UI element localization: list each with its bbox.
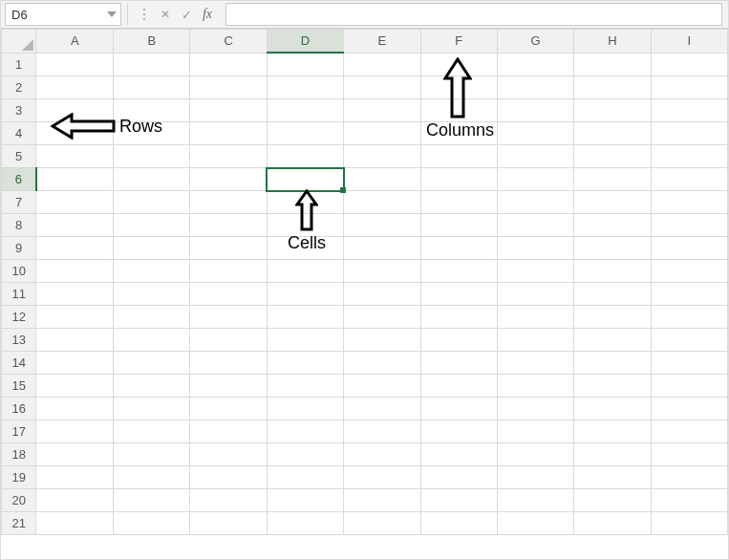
cell-I10[interactable] [651,260,727,283]
cell-D12[interactable] [267,306,343,329]
row-header-11[interactable]: 11 [2,283,36,306]
cell-H21[interactable] [574,512,651,535]
cell-A1[interactable] [36,53,114,76]
column-header-G[interactable]: G [497,30,573,54]
column-header-D[interactable]: D [267,30,343,54]
cell-G10[interactable] [497,260,573,283]
cell-F13[interactable] [420,329,497,352]
cell-D15[interactable] [267,375,343,398]
row-header-7[interactable]: 7 [2,191,36,214]
cell-F19[interactable] [420,466,497,489]
cell-C17[interactable] [190,420,267,443]
cell-E12[interactable] [344,306,420,329]
cell-H3[interactable] [574,99,651,122]
cell-G6[interactable] [497,168,573,191]
cell-E18[interactable] [344,443,420,466]
cell-B19[interactable] [114,466,190,489]
cell-A19[interactable] [36,466,114,489]
cell-H19[interactable] [574,466,651,489]
cell-G17[interactable] [497,420,573,443]
cell-C21[interactable] [190,512,267,535]
cell-F3[interactable] [420,99,497,122]
cell-B15[interactable] [114,375,190,398]
cell-F17[interactable] [420,420,497,443]
cell-H5[interactable] [574,145,651,168]
fx-icon[interactable]: fx [197,4,218,25]
cell-D2[interactable] [267,76,343,99]
cell-E6[interactable] [344,168,420,191]
cell-B1[interactable] [114,53,190,76]
cell-D14[interactable] [267,352,343,375]
cell-C16[interactable] [190,398,267,420]
cell-H15[interactable] [574,375,651,398]
cell-I8[interactable] [651,214,727,237]
cell-E11[interactable] [344,283,420,306]
column-header-C[interactable]: C [190,30,267,54]
cell-B16[interactable] [114,398,190,420]
cell-A20[interactable] [36,489,114,512]
cell-A11[interactable] [36,283,114,306]
cell-H7[interactable] [574,191,651,214]
cell-D19[interactable] [267,466,343,489]
cell-H20[interactable] [574,489,651,512]
cell-C12[interactable] [190,306,267,329]
cell-D21[interactable] [267,512,343,535]
row-header-2[interactable]: 2 [2,76,36,99]
cell-A15[interactable] [36,375,114,398]
cell-D16[interactable] [267,398,343,420]
cell-H16[interactable] [574,398,651,420]
cell-D5[interactable] [267,145,343,168]
cancel-icon[interactable]: ✕ [155,4,176,25]
cell-D7[interactable] [267,191,343,214]
cell-F8[interactable] [420,214,497,237]
row-header-15[interactable]: 15 [2,375,36,398]
column-header-F[interactable]: F [420,30,497,54]
cell-D18[interactable] [267,443,343,466]
cell-E2[interactable] [344,76,420,99]
cell-C1[interactable] [190,53,267,76]
cell-D6[interactable] [267,168,343,191]
cell-A10[interactable] [36,260,114,283]
cell-E21[interactable] [344,512,420,535]
cell-E14[interactable] [344,352,420,375]
cell-B14[interactable] [114,352,190,375]
cell-A8[interactable] [36,214,114,237]
cell-A9[interactable] [36,237,114,260]
cell-F1[interactable] [420,53,497,76]
cell-I9[interactable] [651,237,727,260]
row-header-1[interactable]: 1 [2,53,36,76]
cell-F4[interactable] [420,122,497,145]
cell-C4[interactable] [190,122,267,145]
cell-F2[interactable] [420,76,497,99]
cell-C8[interactable] [190,214,267,237]
cell-D4[interactable] [267,122,343,145]
cell-G21[interactable] [497,512,573,535]
column-header-H[interactable]: H [574,30,651,54]
cell-E8[interactable] [344,214,420,237]
cell-C5[interactable] [190,145,267,168]
cell-B11[interactable] [114,283,190,306]
cell-I17[interactable] [651,420,727,443]
cell-F12[interactable] [420,306,497,329]
cell-B7[interactable] [114,191,190,214]
cell-H12[interactable] [574,306,651,329]
cell-G14[interactable] [497,352,573,375]
row-header-14[interactable]: 14 [2,352,36,375]
select-all-corner[interactable] [2,30,36,54]
cell-E7[interactable] [344,191,420,214]
cell-H4[interactable] [574,122,651,145]
cell-G11[interactable] [497,283,573,306]
cell-D3[interactable] [267,99,343,122]
row-header-16[interactable]: 16 [2,398,36,420]
enter-icon[interactable]: ✓ [176,4,197,25]
cell-F21[interactable] [420,512,497,535]
cell-B17[interactable] [114,420,190,443]
cell-C15[interactable] [190,375,267,398]
cell-D8[interactable] [267,214,343,237]
column-header-B[interactable]: B [114,30,190,54]
cell-H1[interactable] [574,53,651,76]
cell-A14[interactable] [36,352,114,375]
cell-G19[interactable] [497,466,573,489]
cell-G3[interactable] [497,99,573,122]
cell-G16[interactable] [497,398,573,420]
